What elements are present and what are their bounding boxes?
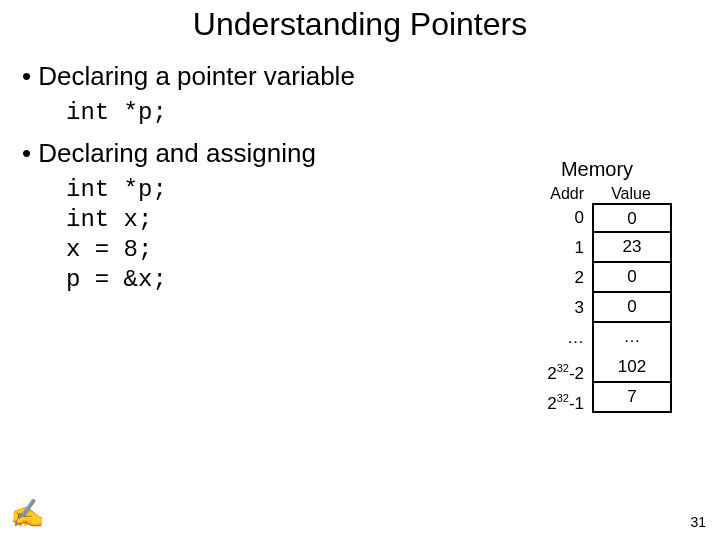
memory-addr: 232-2	[522, 353, 592, 383]
memory-row: 2 0	[522, 263, 672, 293]
memory-row: 232-1 7	[522, 383, 672, 413]
writing-hand-icon: ✍	[10, 497, 45, 530]
memory-headers: Addr Value	[522, 185, 672, 203]
memory-value: 0	[592, 293, 672, 323]
memory-value: 0	[592, 203, 672, 233]
memory-addr: 2	[522, 263, 592, 293]
memory-value: 23	[592, 233, 672, 263]
memory-value: 7	[592, 383, 672, 413]
memory-addr: 0	[522, 203, 592, 233]
memory-value: 102	[592, 353, 672, 383]
memory-row: 0 0	[522, 203, 672, 233]
bullet-declare-pointer: Declaring a pointer variable	[22, 61, 720, 92]
memory-value: 0	[592, 263, 672, 293]
slide-title: Understanding Pointers	[0, 6, 720, 43]
memory-addr: 3	[522, 293, 592, 323]
memory-row: 232-2 102	[522, 353, 672, 383]
memory-row-ellipsis: … …	[522, 323, 672, 353]
memory-row: 3 0	[522, 293, 672, 323]
memory-addr: 232-1	[522, 383, 592, 413]
memory-value: …	[592, 323, 672, 353]
memory-row: 1 23	[522, 233, 672, 263]
memory-header-value: Value	[590, 185, 672, 203]
memory-addr: …	[522, 323, 592, 353]
memory-title: Memory	[522, 158, 672, 181]
slide-number: 31	[690, 514, 706, 530]
memory-addr: 1	[522, 233, 592, 263]
memory-header-addr: Addr	[522, 185, 590, 203]
code-declare-pointer: int *p;	[66, 98, 720, 128]
memory-table: Memory Addr Value 0 0 1 23 2 0 3 0 … … 2…	[522, 158, 672, 413]
